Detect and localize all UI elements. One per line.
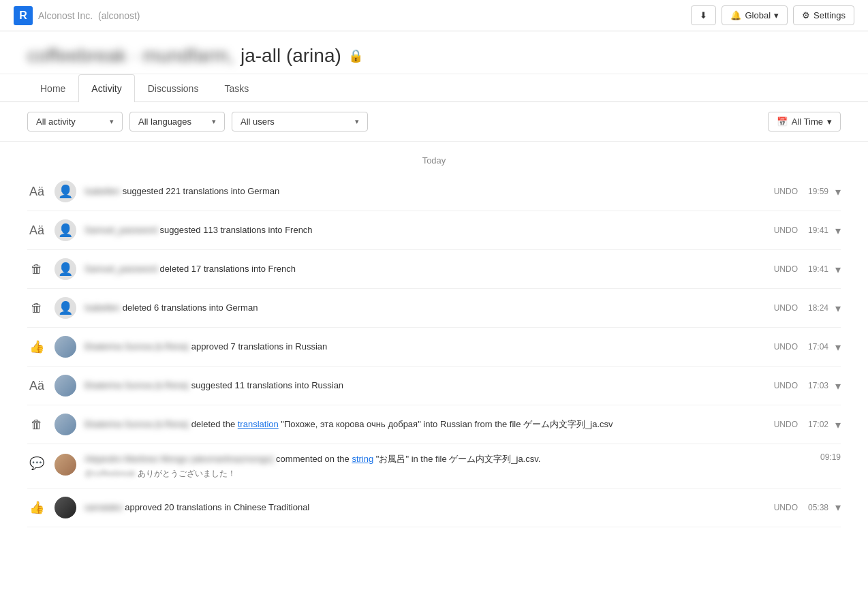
avatar: [55, 497, 76, 518]
tab-discussions[interactable]: Discussions: [135, 74, 212, 102]
activity-filter[interactable]: All activity ▾: [27, 112, 123, 131]
translate-icon: Aä: [27, 376, 46, 395]
username: Samuel_password: [84, 264, 157, 274]
undo-button[interactable]: UNDO: [774, 187, 798, 196]
activity-actions: UNDO 19:41 ▾: [774, 263, 841, 276]
time-filter-label: All Time: [792, 117, 823, 127]
string-link[interactable]: string: [352, 454, 373, 464]
activity-actions: UNDO 17:03 ▾: [774, 379, 841, 392]
time-label: 17:03: [805, 381, 828, 390]
activity-item: 🗑 Ekaterina Surova (k.Rena) deleted the …: [27, 405, 841, 444]
undo-button[interactable]: UNDO: [774, 342, 798, 352]
username: Samuel_password: [84, 225, 157, 235]
activity-text: samalako approved 20 translations in Chi…: [84, 501, 766, 514]
undo-button[interactable]: UNDO: [774, 503, 798, 512]
approve-icon: 👍: [27, 498, 46, 517]
bell-icon: 🔔: [730, 10, 741, 20]
comment-sub: @coffeebreak ありがとうございました！: [84, 467, 809, 480]
activity-text: Isabellen suggested 221 translations int…: [84, 185, 766, 198]
brand-name: Alconost Inc. (alconost): [38, 10, 140, 21]
calendar-icon: 📅: [777, 117, 788, 127]
delete-icon: 🗑: [27, 298, 46, 317]
undo-button[interactable]: UNDO: [774, 303, 798, 313]
activity-actions: 09:19: [817, 452, 841, 462]
activity-actions: UNDO 19:41 ▾: [774, 224, 841, 237]
undo-button[interactable]: UNDO: [774, 226, 798, 235]
username: Isabellen: [84, 186, 120, 196]
page-title-main: ja-all (arina): [241, 45, 341, 67]
undo-button[interactable]: UNDO: [774, 420, 798, 429]
user-filter-label: All users: [241, 117, 275, 127]
global-button[interactable]: 🔔 Global ▾: [722, 5, 788, 25]
activity-actions: UNDO 18:24 ▾: [774, 302, 841, 315]
language-filter-label: All languages: [138, 117, 191, 127]
activity-actions: UNDO 17:02 ▾: [774, 418, 841, 431]
user-filter[interactable]: All users ▾: [232, 112, 368, 131]
tab-tasks[interactable]: Tasks: [211, 74, 262, 102]
time-label: 17:02: [805, 420, 828, 429]
time-label: 19:41: [805, 226, 828, 235]
time-label: 19:41: [805, 264, 828, 274]
avatar: [55, 454, 76, 476]
tabs-bar: Home Activity Discussions Tasks: [0, 74, 868, 102]
expand-button[interactable]: ▾: [835, 302, 841, 315]
brand-icon: R: [14, 6, 33, 25]
date-header: Today: [27, 142, 841, 172]
delete-icon: 🗑: [27, 260, 46, 279]
activity-text: Samuel_password deleted 17 translations …: [84, 262, 766, 276]
time-label: 09:19: [817, 452, 841, 462]
page-title: coffeebreak · mundfarm, ja-all (arina) 🔒: [27, 45, 841, 67]
expand-button[interactable]: ▾: [835, 224, 841, 237]
tab-activity[interactable]: Activity: [78, 74, 134, 102]
header-actions: ⬇ 🔔 Global ▾ ⚙ Settings: [691, 5, 854, 25]
avatar: 👤: [55, 258, 76, 280]
content-area: Today Aä 👤 Isabellen suggested 221 trans…: [0, 142, 868, 527]
activity-text: Isabellen deleted 6 translations into Ge…: [84, 301, 766, 315]
page-title-area: coffeebreak · mundfarm, ja-all (arina) 🔒: [0, 31, 868, 74]
avatar: 👤: [55, 297, 76, 319]
top-header: R Alconost Inc. (alconost) ⬇ 🔔 Global ▾ …: [0, 0, 868, 31]
expand-button[interactable]: ▾: [835, 418, 841, 431]
lock-icon: 🔒: [348, 48, 363, 63]
username: Ekaterina Surova (k.Rena): [84, 341, 189, 352]
translate-icon: Aä: [27, 182, 46, 201]
user-filter-arrow: ▾: [355, 117, 359, 126]
activity-text: Ekaterina Surova (k.Rena) suggested 11 t…: [84, 379, 766, 392]
download-icon: ⬇: [700, 10, 707, 20]
expand-button[interactable]: ▾: [835, 185, 841, 198]
undo-button[interactable]: UNDO: [774, 381, 798, 390]
expand-button[interactable]: ▾: [835, 341, 841, 354]
brand-text: Alconost Inc.: [38, 10, 93, 21]
activity-filter-arrow: ▾: [110, 117, 114, 126]
avatar: [55, 375, 76, 397]
language-filter[interactable]: All languages ▾: [129, 112, 225, 131]
download-button[interactable]: ⬇: [691, 5, 716, 25]
comment-icon: 💬: [27, 454, 46, 473]
settings-button[interactable]: ⚙ Settings: [793, 5, 854, 25]
expand-button[interactable]: ▾: [835, 501, 841, 514]
filters-bar: All activity ▾ All languages ▾ All users…: [0, 102, 868, 142]
activity-actions: UNDO 05:38 ▾: [774, 501, 841, 514]
time-filter[interactable]: 📅 All Time ▾: [768, 112, 841, 131]
expand-button[interactable]: ▾: [835, 263, 841, 276]
undo-button[interactable]: UNDO: [774, 264, 798, 274]
approve-icon: 👍: [27, 337, 46, 356]
brand-sub: (alconost): [98, 10, 140, 21]
activity-actions: UNDO 19:59 ▾: [774, 185, 841, 198]
expand-button[interactable]: ▾: [835, 379, 841, 392]
activity-text: Samuel_password suggested 113 translatio…: [84, 223, 766, 237]
time-label: 18:24: [805, 303, 828, 313]
tab-home[interactable]: Home: [27, 74, 78, 102]
activity-filter-label: All activity: [36, 117, 76, 127]
language-filter-arrow: ▾: [212, 117, 216, 126]
avatar: [55, 336, 76, 358]
activity-item: 🗑 👤 Samuel_password deleted 17 translati…: [27, 250, 841, 289]
activity-item: 💬 Alejandro Martinez Mongo (alexmartinaz…: [27, 444, 841, 488]
global-chevron-icon: ▾: [774, 10, 779, 20]
activity-text: Ekaterina Surova (k.Rena) deleted the tr…: [84, 418, 766, 431]
avatar: 👤: [55, 181, 76, 202]
activity-text: Ekaterina Surova (k.Rena) approved 7 tra…: [84, 340, 766, 354]
activity-item: Aä 👤 Samuel_password suggested 113 trans…: [27, 211, 841, 250]
activity-item: 👍 Ekaterina Surova (k.Rena) approved 7 t…: [27, 328, 841, 367]
translation-link[interactable]: translation: [238, 419, 279, 429]
